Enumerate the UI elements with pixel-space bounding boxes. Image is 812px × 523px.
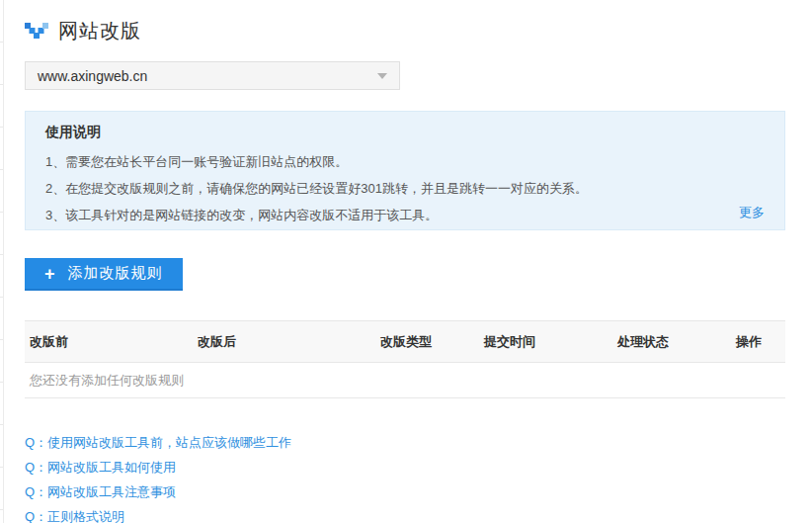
notice-item: 3、该工具针对的是网站链接的改变，网站内容改版不适用于该工具。 [45, 202, 765, 228]
add-revision-rule-button[interactable]: + 添加改版规则 [25, 258, 183, 291]
empty-state-row: 您还没有添加任何改版规则 [25, 363, 785, 398]
revision-rules-table: 改版前 改版后 改版类型 提交时间 处理状态 操作 您还没有添加任何改版规则 [25, 320, 785, 398]
faq-link-preparation[interactable]: Q：使用网站改版工具前，站点应该做哪些工作 [25, 430, 291, 455]
col-header-after: 改版后 [193, 321, 375, 363]
empty-state-text: 您还没有添加任何改版规则 [25, 363, 785, 398]
more-link[interactable]: 更多 [739, 204, 765, 221]
main-content: 网站改版 www.axingweb.cn 使用说明 1、需要您在站长平台同一账号… [25, 0, 785, 523]
faq-link-regex-format[interactable]: Q：正则格式说明 [25, 504, 124, 523]
site-selector-dropdown[interactable]: www.axingweb.cn [25, 61, 400, 90]
col-header-submit-time: 提交时间 [479, 321, 612, 363]
add-rule-label: 添加改版规则 [68, 264, 163, 283]
page-header: 网站改版 [25, 0, 785, 42]
page-title: 网站改版 [58, 18, 141, 44]
notice-title: 使用说明 [45, 124, 765, 141]
site-revision-icon [25, 23, 48, 40]
col-header-status: 处理状态 [612, 321, 731, 363]
table-header-row: 改版前 改版后 改版类型 提交时间 处理状态 操作 [25, 321, 785, 363]
notice-item: 2、在您提交改版规则之前，请确保您的网站已经设置好301跳转，并且是跳转一一对应… [45, 175, 765, 202]
chevron-down-icon [377, 73, 387, 79]
site-selector-value: www.axingweb.cn [38, 68, 147, 84]
notice-item: 1、需要您在站长平台同一账号验证新旧站点的权限。 [45, 148, 765, 175]
faq-link-how-to-use[interactable]: Q：网站改版工具如何使用 [25, 455, 176, 479]
col-header-type: 改版类型 [375, 321, 479, 363]
col-header-before: 改版前 [25, 321, 193, 363]
plus-icon: + [44, 265, 56, 283]
faq-link-notes[interactable]: Q：网站改版工具注意事项 [25, 479, 176, 504]
sidebar-edge [0, 0, 4, 523]
usage-notice-box: 使用说明 1、需要您在站长平台同一账号验证新旧站点的权限。 2、在您提交改版规则… [25, 111, 785, 230]
col-header-actions: 操作 [731, 321, 785, 363]
faq-section: Q：使用网站改版工具前，站点应该做哪些工作 Q：网站改版工具如何使用 Q：网站改… [25, 430, 785, 523]
